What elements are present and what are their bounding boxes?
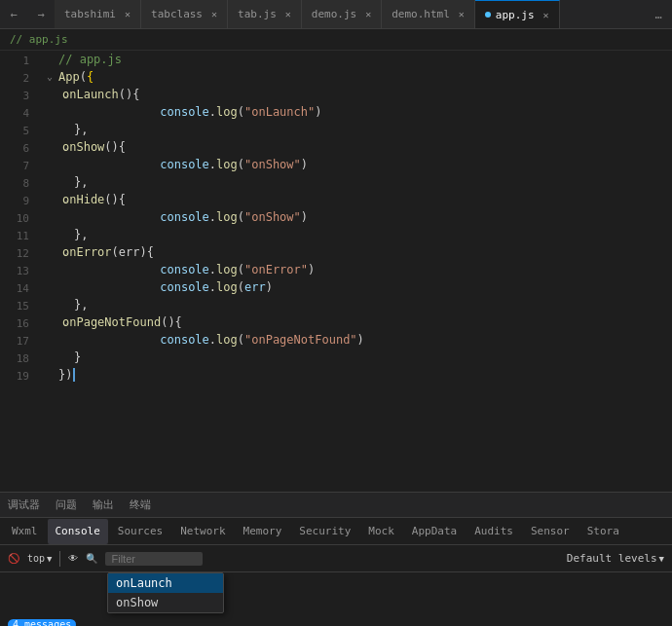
tab-stora[interactable]: Stora <box>579 519 627 544</box>
editor-area: // app.js 12345 678910 1112131415 161718… <box>0 29 672 492</box>
code-line-19: }) <box>47 366 672 384</box>
tab-close[interactable]: ✕ <box>543 10 549 20</box>
bottom-panel: 调试器 问题 输出 终端 Wxml Console Sources Networ… <box>0 492 672 626</box>
forward-button[interactable]: → <box>27 0 55 29</box>
tab-tabclass[interactable]: tabclass ✕ <box>141 0 228 29</box>
tab-tabjs[interactable]: tab.js ✕ <box>228 0 302 29</box>
tab-memory[interactable]: Memory <box>236 519 290 544</box>
tab-close[interactable]: ✕ <box>211 9 217 19</box>
autocomplete-item-onShow[interactable]: onShow <box>108 593 223 612</box>
message-count-badge: 4 messages <box>8 619 76 626</box>
code-editor[interactable]: // app.js ⌄ App({ ⌄ onLaunch(){ console.… <box>37 51 672 492</box>
tab-sources[interactable]: Sources <box>110 519 170 544</box>
code-line-14: console.log(err) <box>47 278 672 296</box>
context-selector[interactable]: top ▼ <box>27 553 52 564</box>
line-numbers: 12345 678910 1112131415 16171819 <box>0 51 37 492</box>
filter-input[interactable] <box>105 552 203 566</box>
tab-output[interactable]: 输出 <box>93 493 114 518</box>
autocomplete-popup[interactable]: onLaunch onShow <box>107 572 224 613</box>
tab-bar: ← → tabshimi ✕ tabclass ✕ tab.js ✕ demo.… <box>0 0 672 29</box>
console-toolbar: 🚫 top ▼ 👁 🔍 Default levels ▼ <box>0 545 672 572</box>
tab-demohtml[interactable]: demo.html ✕ <box>382 0 475 29</box>
console-log-area: onLaunch onShow 4 messages 2 user mess..… <box>0 572 672 626</box>
back-button[interactable]: ← <box>0 0 27 29</box>
panel-tabs-row2: Wxml Console Sources Network Memory Secu… <box>0 518 672 545</box>
breadcrumb: // app.js <box>0 29 672 51</box>
context-value: top <box>27 553 45 564</box>
tab-audits[interactable]: Audits <box>467 519 521 544</box>
code-line-10: console.log("onShow") <box>47 208 672 226</box>
tab-close[interactable]: ✕ <box>365 9 371 19</box>
console-messages: 4 messages 2 user mess... ⚠ [sitemap 索引提… <box>8 617 664 626</box>
tab-label: app.js <box>496 9 535 21</box>
divider <box>59 551 60 567</box>
eye-icon[interactable]: 👁 <box>68 553 78 564</box>
tab-terminal[interactable]: 终端 <box>130 493 151 518</box>
default-levels-button[interactable]: Default levels ▼ <box>567 552 664 565</box>
autocomplete-item-onLaunch[interactable]: onLaunch <box>108 573 223 593</box>
more-tabs-button[interactable]: … <box>645 0 672 29</box>
tab-close[interactable]: ✕ <box>285 9 291 19</box>
clear-button[interactable]: 🚫 <box>8 553 19 564</box>
tab-label: demo.js <box>312 8 356 20</box>
tab-close[interactable]: ✕ <box>459 9 465 19</box>
tab-appjs[interactable]: app.js ✕ <box>475 0 560 29</box>
panel-tabs-row1: 调试器 问题 输出 终端 <box>0 493 672 518</box>
tab-label: demo.html <box>392 8 450 20</box>
code-line-17: console.log("onPageNotFound") <box>47 331 672 349</box>
tab-label: tabshimi <box>64 8 116 20</box>
tab-tabshimi[interactable]: tabshimi ✕ <box>55 0 141 29</box>
tab-close[interactable]: ✕ <box>125 9 131 19</box>
code-line-4: console.log("onLaunch") <box>47 103 672 121</box>
tab-security[interactable]: Security <box>291 519 358 544</box>
breadcrumb-text: // app.js <box>10 33 68 46</box>
tab-debugger[interactable]: 调试器 <box>8 493 40 518</box>
tab-console[interactable]: Console <box>48 519 108 544</box>
tab-appdata[interactable]: AppData <box>404 519 465 544</box>
code-content[interactable]: 12345 678910 1112131415 16171819 // app.… <box>0 51 672 492</box>
cursor <box>73 368 75 382</box>
tab-wxml[interactable]: Wxml <box>4 519 46 544</box>
chevron-down-icon: ▼ <box>47 554 52 564</box>
chevron-down-icon: ▼ <box>659 554 664 564</box>
code-line-1: // app.js <box>47 51 672 68</box>
console-msg-4messages: 4 messages <box>8 617 664 626</box>
tab-network[interactable]: Network <box>172 519 233 544</box>
tab-label: tabclass <box>151 8 203 20</box>
tab-demojs[interactable]: demo.js ✕ <box>302 0 382 29</box>
tab-mock[interactable]: Mock <box>360 519 402 544</box>
code-line-2: ⌄ App({ <box>47 68 672 86</box>
filter-toggle[interactable]: 🔍 <box>86 553 97 564</box>
tab-problems[interactable]: 问题 <box>56 493 77 518</box>
code-line-7: console.log("onShow") <box>47 156 672 173</box>
tab-modified-dot <box>485 12 491 18</box>
tab-sensor[interactable]: Sensor <box>523 519 578 544</box>
tab-label: tab.js <box>238 8 277 20</box>
